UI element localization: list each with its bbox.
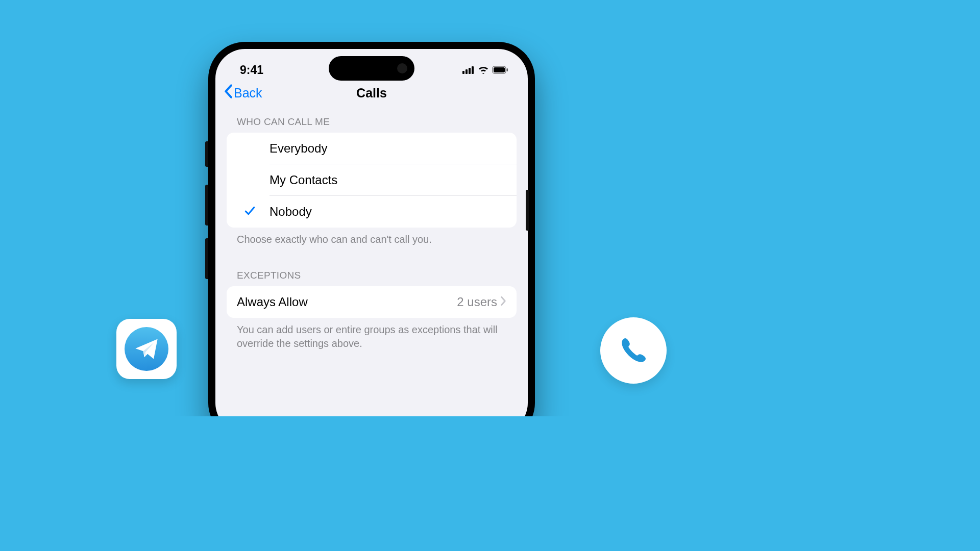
checkmark-icon [244, 205, 255, 218]
status-time: 9:41 [240, 63, 263, 77]
paper-plane-icon [133, 336, 160, 362]
page-title: Calls [356, 86, 387, 101]
section-footer-exceptions: You can add users or entire groups as ex… [227, 318, 517, 350]
row-value: 2 users [457, 295, 497, 309]
option-label: My Contacts [270, 173, 506, 187]
svg-rect-6 [507, 68, 508, 71]
phone-call-badge [600, 317, 667, 384]
svg-rect-2 [469, 68, 471, 74]
option-label: Nobody [270, 205, 506, 219]
back-label: Back [234, 86, 262, 101]
section-header-exceptions: EXCEPTIONS [227, 270, 517, 286]
back-button[interactable]: Back [224, 84, 262, 102]
phone-frame: 9:41 Back Calls [208, 42, 535, 416]
row-label: Always Allow [237, 295, 457, 309]
chevron-left-icon [224, 84, 233, 102]
wifi-icon [478, 63, 489, 77]
svg-rect-3 [472, 66, 474, 74]
chevron-right-icon [500, 296, 506, 308]
section-footer-who: Choose exactly who can and can't call yo… [227, 228, 517, 246]
status-indicators [462, 63, 508, 77]
option-nobody[interactable]: Nobody [227, 196, 517, 228]
option-label: Everybody [270, 141, 506, 156]
content: WHO CAN CALL ME Everybody My Contacts No… [215, 107, 528, 350]
exceptions-list: Always Allow 2 users [227, 286, 517, 318]
who-can-call-list: Everybody My Contacts Nobody [227, 133, 517, 228]
dynamic-island [329, 56, 414, 81]
section-header-who: WHO CAN CALL ME [227, 116, 517, 133]
phone-handset-icon [617, 334, 650, 367]
nav-bar: Back Calls [215, 80, 528, 107]
always-allow-row[interactable]: Always Allow 2 users [227, 286, 517, 318]
telegram-app-icon [116, 319, 177, 379]
svg-rect-5 [494, 67, 505, 72]
svg-rect-1 [465, 69, 468, 74]
battery-icon [492, 63, 508, 77]
cellular-icon [462, 63, 475, 77]
option-my-contacts[interactable]: My Contacts [227, 164, 517, 196]
svg-rect-0 [462, 71, 464, 74]
option-everybody[interactable]: Everybody [227, 133, 517, 164]
phone-screen: 9:41 Back Calls [215, 49, 528, 416]
